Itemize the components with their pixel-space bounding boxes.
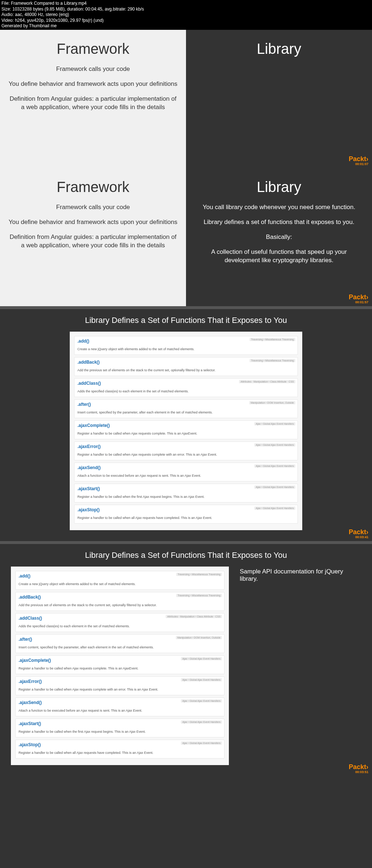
side-caption: Sample API documentation for jQuery libr… [240, 567, 361, 583]
framework-p1: Framework calls your code [7, 65, 179, 73]
api-method-desc: Adds the specified class(es) to each ele… [19, 624, 130, 628]
api-tags: Traversing › Miscellaneous Traversing [250, 359, 295, 362]
api-method-desc: Attach a function to be executed before … [77, 474, 201, 477]
api-item: Attributes · Manipulation › Class Attrib… [74, 378, 298, 397]
brand-text: Packt› [349, 763, 368, 771]
brand-logo: Packt› 00:03:51 [349, 763, 368, 774]
meta-generator: Generated by Thumbnail me [1, 23, 371, 29]
file-metadata: File: Framework Compared to a Library.mp… [0, 0, 372, 30]
library-heading: Library [193, 41, 365, 57]
api-doc-panel: Traversing › Miscellaneous Traversing.ad… [70, 332, 302, 530]
api-method-desc: Register a handler to be called when Aja… [77, 432, 197, 435]
library-column: Library You call library code whenever y… [186, 168, 372, 306]
framework-column: Framework Framework calls your code You … [0, 30, 186, 168]
divider [0, 541, 372, 544]
slide-1: Framework Framework calls your code You … [0, 30, 372, 168]
brand-text: Packt› [349, 155, 368, 163]
framework-p2: You define behavior and framework acts u… [7, 218, 179, 227]
brand-logo: Packt› 00:01:57 [349, 293, 368, 304]
api-item: Traversing › Miscellaneous Traversing.ad… [74, 357, 298, 376]
api-tags: Traversing › Miscellaneous Traversing [176, 594, 222, 597]
timestamp: 00:03:41 [349, 535, 368, 539]
api-item: Ajax › Global Ajax Event Handlers.ajaxSt… [15, 740, 225, 759]
api-tags: Ajax › Global Ajax Event Handlers [254, 507, 295, 510]
api-method-desc: Attach a function to be executed before … [19, 709, 142, 712]
library-p3: Basically: [193, 233, 365, 241]
library-p2: Library defines a set of functions that … [193, 218, 365, 227]
framework-heading: Framework [7, 41, 179, 57]
api-tags: Ajax › Global Ajax Event Handlers [181, 657, 222, 660]
slide-title: Library Defines a Set of Functions That … [11, 316, 361, 325]
api-item: Ajax › Global Ajax Event Handlers.ajaxSt… [74, 505, 298, 524]
api-item: Attributes · Manipulation › Class Attrib… [15, 613, 225, 632]
framework-p2: You define behavior and framework acts u… [7, 80, 179, 88]
api-item: Ajax › Global Ajax Event Handlers.ajaxEr… [74, 441, 298, 460]
timestamp: 00:03:51 [349, 770, 368, 774]
framework-p3: Definition from Angular guides: a partic… [7, 95, 179, 112]
library-column: Library [186, 30, 372, 168]
api-item: Traversing › Miscellaneous Traversing.ad… [15, 592, 225, 611]
api-method-desc: Create a new jQuery object with elements… [77, 347, 194, 351]
api-item: Traversing › Miscellaneous Traversing.ad… [74, 336, 298, 355]
library-p4: A collection of useful functions that sp… [193, 248, 365, 265]
api-item: Ajax › Global Ajax Event Handlers.ajaxCo… [15, 655, 225, 674]
brand-text: Packt› [349, 293, 368, 301]
api-method-desc: Register a handler to be called when Aja… [19, 667, 138, 670]
framework-column: Framework Framework calls your code You … [0, 168, 186, 306]
api-tags: Attributes · Manipulation › Class Attrib… [166, 615, 222, 618]
api-item: Manipulation › DOM Insertion, Outside.af… [74, 399, 298, 418]
timestamp: 00:01:07 [349, 162, 368, 166]
api-tags: Ajax › Global Ajax Event Handlers [181, 720, 222, 724]
api-tags: Ajax › Global Ajax Event Handlers [254, 422, 295, 425]
api-method-desc: Adds the specified class(es) to each ele… [77, 389, 189, 393]
api-method-desc: Insert content, specified by the paramet… [19, 645, 154, 649]
api-tags: Manipulation › DOM Insertion, Outside [249, 401, 295, 404]
api-method-desc: Add the previous set of elements on the … [19, 603, 157, 607]
api-tags: Ajax › Global Ajax Event Handlers [254, 443, 295, 447]
divider [0, 306, 372, 309]
api-item: Ajax › Global Ajax Event Handlers.ajaxSe… [74, 463, 298, 481]
meta-file: File: Framework Compared to a Library.mp… [1, 1, 371, 7]
slide-3: Library Defines a Set of Functions That … [0, 309, 372, 541]
framework-heading: Framework [7, 179, 179, 195]
api-method-desc: Create a new jQuery object with elements… [19, 582, 136, 586]
api-item: Ajax › Global Ajax Event Handlers.ajaxSt… [74, 484, 298, 503]
api-item: Traversing › Miscellaneous Traversing.ad… [15, 571, 225, 590]
api-tags: Ajax › Global Ajax Event Handlers [254, 485, 295, 489]
api-item: Ajax › Global Ajax Event Handlers.ajaxSe… [15, 697, 225, 716]
meta-video: Video: h264, yuv420p, 1920x1080, 29.97 f… [1, 18, 371, 24]
meta-audio: Audio: aac, 48000 Hz, stereo (eng) [1, 12, 371, 18]
api-method-desc: Register a handler to be called when all… [77, 516, 212, 520]
slide-title: Library Defines a Set of Functions That … [11, 551, 361, 560]
api-doc-panel: Traversing › Miscellaneous Traversing.ad… [11, 567, 229, 765]
api-method-desc: Register a handler to be called when the… [77, 495, 205, 499]
api-method-desc: Register a handler to be called when Aja… [77, 453, 217, 456]
api-item: Ajax › Global Ajax Event Handlers.ajaxEr… [15, 676, 225, 695]
framework-p3: Definition from Angular guides: a partic… [7, 233, 179, 250]
api-tags: Manipulation › DOM Insertion, Outside [176, 636, 222, 639]
library-p1: You call library code whenever you need … [193, 203, 365, 212]
timestamp: 00:01:57 [349, 300, 368, 304]
api-item: Ajax › Global Ajax Event Handlers.ajaxSt… [15, 719, 225, 737]
api-tags: Traversing › Miscellaneous Traversing [250, 338, 295, 341]
brand-logo: Packt› 00:01:07 [349, 155, 368, 166]
slide-4: Library Defines a Set of Functions That … [0, 544, 372, 776]
api-item: Manipulation › DOM Insertion, Outside.af… [15, 634, 225, 653]
api-tags: Ajax › Global Ajax Event Handlers [181, 699, 222, 703]
api-method-desc: Insert content, specified by the paramet… [77, 411, 213, 414]
api-method-desc: Register a handler to be called when the… [19, 730, 146, 733]
library-heading: Library [193, 179, 365, 195]
api-method-desc: Register a handler to be called when Aja… [19, 688, 158, 691]
api-tags: Traversing › Miscellaneous Traversing [176, 573, 222, 576]
api-item: Ajax › Global Ajax Event Handlers.ajaxCo… [74, 420, 298, 439]
slide-2: Framework Framework calls your code You … [0, 168, 372, 306]
brand-logo: Packt› 00:03:41 [349, 528, 368, 539]
api-method-desc: Register a handler to be called when all… [19, 751, 153, 755]
api-tags: Attributes · Manipulation › Class Attrib… [239, 380, 295, 383]
api-method-desc: Add the previous set of elements on the … [77, 368, 215, 372]
brand-text: Packt› [349, 528, 368, 536]
api-tags: Ajax › Global Ajax Event Handlers [181, 678, 222, 681]
api-tags: Ajax › Global Ajax Event Handlers [181, 741, 222, 745]
framework-p1: Framework calls your code [7, 203, 179, 212]
api-tags: Ajax › Global Ajax Event Handlers [254, 464, 295, 468]
